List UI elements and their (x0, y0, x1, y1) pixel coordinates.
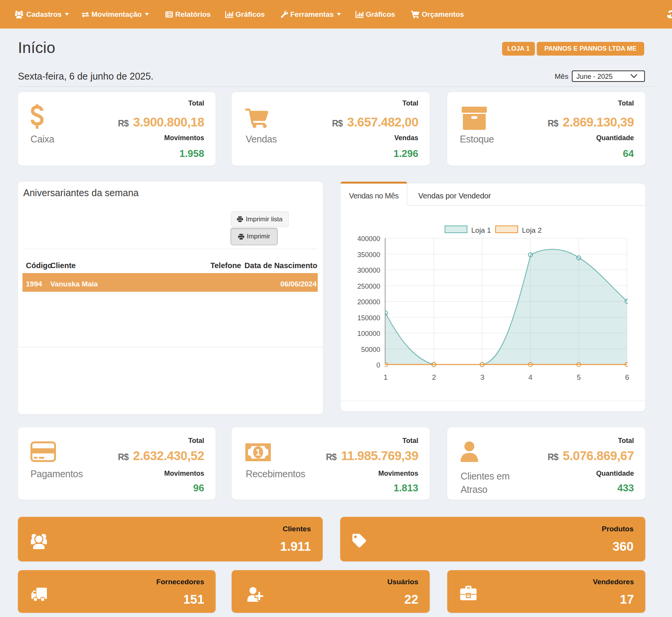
svg-text:1: 1 (256, 447, 261, 457)
